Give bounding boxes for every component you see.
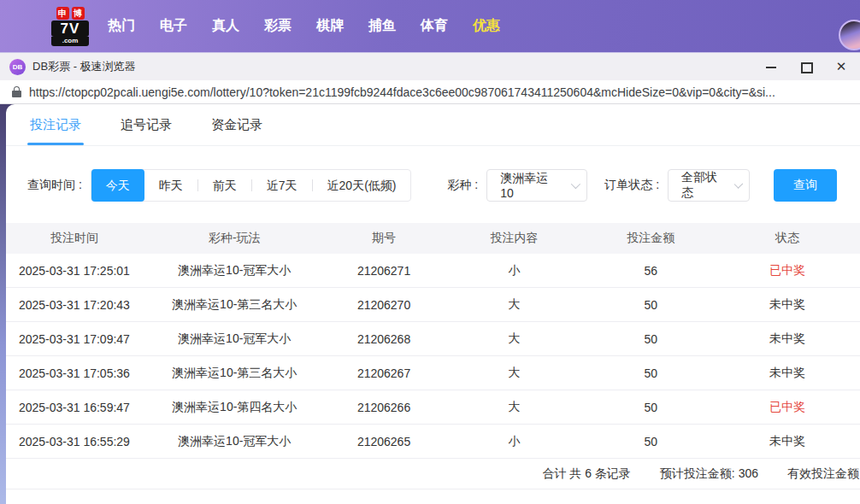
cell-status: 未中奖 [715, 297, 860, 313]
cell-game-play: 澳洲幸运10-第三名大小 [143, 366, 327, 381]
cell-status: 已中奖 [715, 263, 860, 278]
cell-bet-amount: 50 [586, 366, 715, 380]
column-header-issue-number: 期号 [327, 231, 442, 246]
logo-badges: 申 博 [56, 7, 85, 20]
column-header-bet-content: 投注内容 [441, 231, 586, 246]
summary-valid-amount: 有效投注金额 [787, 466, 859, 482]
cell-status: 未中奖 [715, 331, 860, 347]
table-row: 2025-03-31 17:25:01澳洲幸运10-冠军大小21206271小5… [6, 254, 860, 288]
cell-bet-content: 小 [441, 434, 586, 449]
cell-issue-number: 21206271 [327, 264, 442, 278]
logo-badge-left: 申 [56, 7, 69, 20]
nav-item[interactable]: 彩票 [264, 17, 292, 35]
logo-main-text: 7V [51, 21, 89, 37]
table-row: 2025-03-31 17:20:43澳洲幸运10-第三名大小21206270大… [6, 288, 860, 322]
record-tabs: 投注记录追号记录资金记录 [6, 104, 860, 146]
minimize-icon[interactable] [765, 61, 777, 73]
summary-expected-amount: 预计投注金额: 306 [660, 466, 758, 482]
cell-game-play: 澳洲幸运10-第四名大小 [143, 400, 327, 415]
order-status-label: 订单状态 : [604, 178, 659, 193]
time-filter-group: 今天昨天前天近7天近20天(低频) [91, 169, 412, 202]
cell-bet-time: 2025-03-31 17:25:01 [6, 264, 143, 278]
cell-game-play: 澳洲幸运10-冠军大小 [143, 263, 327, 278]
cell-bet-content: 小 [441, 263, 586, 278]
cell-issue-number: 21206268 [327, 332, 442, 346]
table-row: 2025-03-31 16:55:29澳洲幸运10-冠军大小21206265小5… [6, 425, 860, 459]
cell-bet-content: 大 [441, 331, 586, 347]
nav-item[interactable]: 热门 [108, 17, 135, 35]
cell-issue-number: 21206265 [327, 435, 442, 448]
logo-badge-right: 博 [72, 7, 85, 20]
browser-titlebar: DB DB彩票 - 极速浏览器 ✕ [0, 53, 860, 80]
time-filter-label: 查询时间 : [27, 178, 82, 193]
table-row: 2025-03-31 16:59:47澳洲幸运10-第四名大小21206266大… [6, 390, 860, 425]
cell-status: 已中奖 [715, 400, 860, 415]
bet-records-table: 投注时间彩种-玩法期号投注内容投注金额状态 2025-03-31 17:25:0… [6, 223, 860, 489]
content-card: 投注记录追号记录资金记录 查询时间 : 今天昨天前天近7天近20天(低频) 彩种… [6, 104, 860, 504]
tab[interactable]: 资金记录 [211, 104, 262, 145]
cell-bet-content: 大 [441, 400, 586, 415]
column-header-bet-time: 投注时间 [6, 231, 143, 246]
column-header-bet-amount: 投注金额 [586, 231, 715, 246]
time-option[interactable]: 前天 [198, 170, 251, 201]
chevron-down-icon [733, 179, 743, 189]
cell-game-play: 澳洲幸运10-冠军大小 [143, 434, 327, 449]
cell-game-play: 澳洲幸运10-冠军大小 [143, 331, 327, 347]
time-option[interactable]: 昨天 [144, 170, 197, 201]
cell-status: 未中奖 [715, 366, 860, 381]
cell-issue-number: 21206266 [327, 401, 442, 414]
nav-item[interactable]: 电子 [160, 17, 187, 35]
window-controls: ✕ [765, 61, 860, 73]
table-row: 2025-03-31 17:09:47澳洲幸运10-冠军大小21206268大5… [6, 322, 860, 356]
url-bar[interactable]: https://ctopcp02pcali.uengi5e.com/lotter… [0, 80, 860, 104]
logo-sub-text: .com [51, 37, 89, 46]
nav-item[interactable]: 优惠 [473, 17, 500, 35]
chevron-down-icon [571, 179, 580, 189]
cell-issue-number: 21206270 [327, 298, 442, 312]
nav-item[interactable]: 捕鱼 [368, 17, 396, 35]
order-status-select[interactable]: 全部状态 [668, 169, 750, 202]
cell-bet-time: 2025-03-31 16:55:29 [6, 435, 143, 448]
filter-row: 查询时间 : 今天昨天前天近7天近20天(低频) 彩种 : 澳洲幸运10 订单状… [6, 169, 860, 202]
time-option[interactable]: 近20天(低频) [313, 170, 411, 201]
table-header: 投注时间彩种-玩法期号投注内容投注金额状态 [6, 223, 860, 254]
cell-status: 未中奖 [715, 434, 860, 449]
cell-bet-amount: 56 [586, 264, 715, 278]
time-option[interactable]: 今天 [91, 169, 144, 202]
url-text[interactable]: https://ctopcp02pcali.uengi5e.com/lotter… [29, 85, 775, 99]
close-icon[interactable]: ✕ [835, 61, 847, 73]
cell-issue-number: 21206267 [327, 366, 442, 380]
cell-bet-amount: 50 [586, 435, 715, 448]
browser-app-icon: DB [9, 59, 26, 75]
tab[interactable]: 投注记录 [30, 104, 81, 145]
column-header-game-play: 彩种-玩法 [143, 231, 327, 246]
cell-bet-time: 2025-03-31 17:20:43 [6, 298, 143, 312]
maximize-icon[interactable] [800, 61, 812, 73]
table-row: 2025-03-31 17:05:36澳洲幸运10-第三名大小21206267大… [6, 356, 860, 390]
nav-item[interactable]: 真人 [212, 17, 239, 35]
cell-game-play: 澳洲幸运10-第三名大小 [143, 297, 327, 313]
nav-item[interactable]: 棋牌 [316, 17, 344, 35]
nav-items: 热门电子真人彩票棋牌捕鱼体育优惠 [108, 17, 500, 35]
order-status-value: 全部状态 [681, 170, 724, 201]
cell-bet-content: 大 [441, 366, 586, 381]
query-button[interactable]: 查询 [774, 169, 837, 202]
user-avatar[interactable] [839, 20, 860, 50]
window-title: DB彩票 - 极速浏览器 [32, 59, 136, 74]
time-option[interactable]: 近7天 [252, 170, 312, 201]
cell-bet-time: 2025-03-31 17:05:36 [6, 366, 143, 380]
lottery-select[interactable]: 澳洲幸运10 [486, 169, 587, 202]
summary-total: 合计 共 6 条记录 [542, 466, 630, 482]
page-background: 投注记录追号记录资金记录 查询时间 : 今天昨天前天近7天近20天(低频) 彩种… [0, 104, 860, 504]
tab[interactable]: 追号记录 [121, 104, 172, 145]
site-logo[interactable]: 申 博 7V .com [49, 7, 91, 46]
summary-row: 合计 共 6 条记录 预计投注金额: 306 有效投注金额 [6, 459, 860, 489]
cell-bet-content: 大 [441, 297, 586, 313]
cell-bet-amount: 50 [586, 401, 715, 414]
lottery-filter-label: 彩种 : [447, 178, 478, 193]
site-nav-bar: 申 博 7V .com 热门电子真人彩票棋牌捕鱼体育优惠 [0, 0, 860, 53]
cell-bet-amount: 50 [586, 298, 715, 312]
lottery-select-value: 澳洲幸运10 [500, 171, 561, 200]
lock-icon [12, 86, 21, 97]
nav-item[interactable]: 体育 [421, 17, 448, 35]
